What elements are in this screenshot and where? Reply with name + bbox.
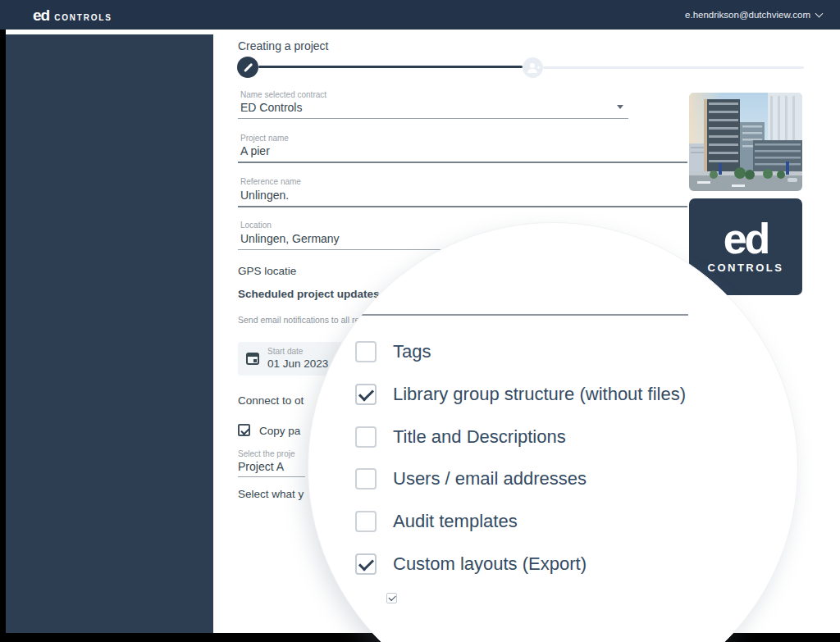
ed-logo-icon: ed: [724, 220, 769, 258]
stepper-progress-line: [258, 66, 523, 68]
reference-name-input[interactable]: Unlingen.: [240, 189, 289, 202]
project-name-label: Project name: [240, 134, 289, 143]
scheduled-updates-label: Scheduled project updates: [238, 288, 380, 300]
select-what-label: Select what y: [238, 488, 304, 500]
brand-name: CONTROLS: [54, 13, 112, 22]
checkbox[interactable]: [355, 511, 377, 532]
app-window: ed CONTROLS e.hendrikson@dutchview.com C…: [0, 0, 840, 642]
checkbox-label: Tags: [393, 341, 431, 362]
checkbox[interactable]: [355, 553, 377, 575]
step-2-users[interactable]: +: [523, 57, 543, 78]
navigation-sidebar: [6, 34, 213, 633]
checkbox[interactable]: [355, 341, 377, 362]
checkbox[interactable]: [355, 426, 377, 448]
checkbox[interactable]: [355, 468, 377, 489]
copy-checkbox-label: Copy pa: [259, 425, 300, 437]
mag-option-users[interactable]: Users / email addresses: [355, 467, 587, 490]
magnified-field-underline: [359, 314, 688, 316]
building-photo: [689, 93, 802, 191]
ed-logo-icon: ed: [33, 7, 49, 23]
select-project-label: Select the proje: [238, 449, 295, 458]
mag-option-custom-layouts[interactable]: Custom layouts (Export): [355, 553, 587, 576]
mag-option-tags[interactable]: Tags: [355, 340, 431, 363]
user-email: e.hendrikson@dutchview.com: [685, 10, 810, 20]
project-name-underline: [238, 162, 687, 163]
email-notifications-note: Send email notifications to all rele: [238, 315, 366, 325]
reference-name-underline: [238, 206, 687, 207]
contract-select[interactable]: ED Controls: [240, 101, 302, 114]
start-date-value: 01 Jun 2023: [267, 357, 328, 371]
logo-subtext: CONTROLS: [708, 262, 784, 274]
top-bar: ed CONTROLS e.hendrikson@dutchview.com: [0, 0, 840, 30]
calendar-icon: [246, 353, 259, 365]
checkbox-label: Audit templates: [393, 511, 518, 532]
person-add-icon: +: [527, 63, 539, 73]
location-label: Location: [240, 221, 272, 230]
gps-toggle-label: GPS locatie: [238, 265, 296, 277]
pencil-icon: [244, 63, 253, 72]
original-scale-checkbox[interactable]: [386, 593, 397, 603]
location-select[interactable]: Unlingen, Germany: [240, 232, 340, 245]
checkbox-label: Library group structure (without files): [393, 384, 686, 405]
mag-option-titles[interactable]: Title and Descriptions: [355, 426, 566, 448]
account-menu[interactable]: e.hendrikson@dutchview.com: [685, 10, 822, 20]
checkbox[interactable]: [355, 384, 377, 405]
copy-checkbox[interactable]: [238, 424, 250, 436]
mag-option-audit[interactable]: Audit templates: [355, 510, 518, 533]
page-title: Creating a project: [238, 39, 329, 52]
stepper-remaining-line: [543, 66, 804, 69]
select-project-value[interactable]: Project A: [238, 460, 284, 473]
connect-projects-label: Connect to ot: [238, 394, 304, 407]
select-project-underline: [238, 476, 305, 477]
reference-name-label: Reference name: [240, 177, 301, 186]
app-logo[interactable]: ed CONTROLS: [33, 7, 112, 23]
contract-underline: [238, 118, 628, 119]
start-date-label: Start date: [267, 347, 328, 357]
project-name-input[interactable]: A pier: [240, 144, 270, 157]
contract-label: Name selected contract: [240, 90, 326, 99]
checkbox-label: Custom layouts (Export): [393, 553, 587, 575]
checkbox-label: Users / email addresses: [393, 468, 587, 489]
chevron-down-icon: [815, 9, 824, 17]
step-1-edit[interactable]: [237, 57, 258, 78]
chevron-down-icon[interactable]: [617, 105, 623, 109]
checkbox-label: Title and Descriptions: [393, 426, 566, 448]
mag-option-library[interactable]: Library group structure (without files): [355, 383, 686, 406]
